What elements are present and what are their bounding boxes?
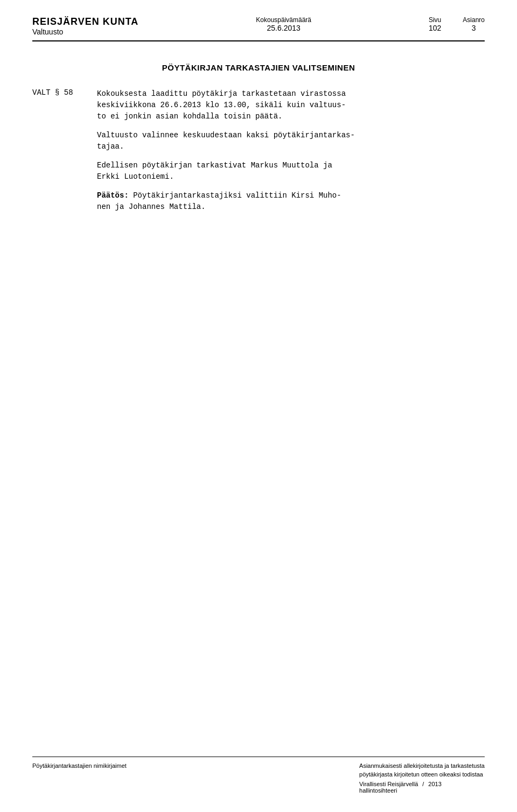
valt-label: VALT § 58	[32, 88, 97, 213]
valt-content: Kokouksesta laadittu pöytäkirja tarkaste…	[97, 88, 485, 213]
footer-left: Pöytäkirjantarkastajien nimikirjaimet	[32, 762, 127, 769]
sivu-field: Sivu 102	[429, 16, 441, 32]
sivu-label: Sivu	[429, 16, 441, 24]
paragraph-2: Valtuusto valinnee keskuudestaan kaksi p…	[97, 130, 485, 152]
signature-separator: /	[422, 781, 424, 787]
org-title: REISJÄRVEN KUNTA	[32, 16, 138, 27]
org-info: REISJÄRVEN KUNTA Valtuusto	[32, 16, 138, 36]
paragraph-1: Kokouksesta laadittu pöytäkirja tarkaste…	[97, 88, 485, 122]
section-title: PÖYTÄKIRJAN TARKASTAJIEN VALITSEMINEN	[32, 63, 485, 72]
page-container: REISJÄRVEN KUNTA Valtuusto Kokouspäivämä…	[0, 0, 517, 812]
paragraph-4: Päätös: Pöytäkirjantarkastajiksi valitti…	[97, 190, 485, 213]
valt-row: VALT § 58 Kokouksesta laadittu pöytäkirj…	[32, 88, 485, 213]
footer-right-line1: Asianmukaisesti allekirjoitetusta ja tar…	[359, 762, 485, 769]
asianro-label: Asianro	[463, 16, 485, 24]
org-subtitle: Valtuusto	[32, 27, 138, 36]
kokouspaivamaara-field: Kokouspäivämäärä 25.6.2013	[256, 16, 311, 32]
footer-right-line2: pöytäkirjasta kirjoitetun otteen oikeaks…	[359, 771, 485, 778]
main-content: VALT § 58 Kokouksesta laadittu pöytäkirj…	[32, 88, 485, 769]
paragraph-3: Edellisen pöytäkirjan tarkastivat Markus…	[97, 160, 485, 183]
sivu-value: 102	[429, 24, 441, 32]
nimikirjaimet-label: Pöytäkirjantarkastajien nimikirjaimet	[32, 762, 127, 769]
page-header: REISJÄRVEN KUNTA Valtuusto Kokouspäivämä…	[32, 16, 485, 41]
asianro-field: Asianro 3	[463, 16, 485, 32]
virallisesti-label: Virallisesti Reisjärvellä	[359, 781, 418, 787]
signature-year: 2013	[428, 781, 441, 787]
footer-hallintosihteeri: hallintosihteeri	[359, 787, 485, 794]
paatos-label: Päätös:	[97, 191, 129, 200]
kokouspaivamaara-value: 25.6.2013	[267, 24, 301, 32]
asianro-value: 3	[472, 24, 476, 32]
page-footer: Pöytäkirjantarkastajien nimikirjaimet As…	[32, 757, 485, 796]
footer-right: Asianmukaisesti allekirjoitetusta ja tar…	[359, 762, 485, 796]
footer-signature-line: Virallisesti Reisjärvellä / 2013	[359, 781, 485, 787]
kokouspaivamaara-label: Kokouspäivämäärä	[256, 16, 311, 24]
paatos-text: Pöytäkirjantarkastajiksi valittiin Kirsi…	[97, 191, 341, 211]
header-right-fields: Sivu 102 Asianro 3	[429, 16, 485, 32]
